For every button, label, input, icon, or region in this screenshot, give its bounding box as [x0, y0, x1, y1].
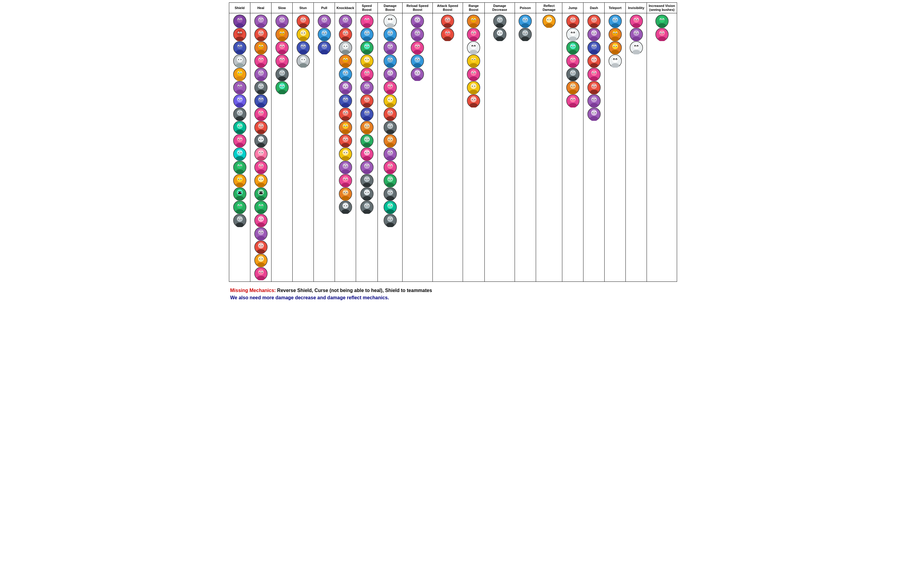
- brawler-icon: [339, 41, 352, 54]
- svg-point-27: [240, 59, 241, 60]
- svg-point-706: [445, 30, 451, 36]
- svg-point-304: [301, 33, 302, 33]
- svg-point-223: [258, 229, 264, 235]
- brawler-icon: [339, 54, 352, 68]
- svg-point-265: [279, 43, 285, 49]
- brawler-icon: [384, 174, 397, 187]
- svg-point-206: [259, 192, 260, 193]
- svg-point-105: [237, 216, 243, 222]
- brawler-icon: [587, 14, 601, 28]
- svg-point-36: [237, 83, 243, 89]
- table-scroll-container[interactable]: Shield Heal Slow Stun Pull Knockback Spe…: [229, 2, 677, 282]
- brawler-icon: [233, 147, 246, 161]
- svg-point-892: [592, 99, 593, 100]
- brawler-icon: [587, 41, 601, 54]
- svg-point-934: [635, 19, 635, 20]
- svg-point-704: [448, 19, 449, 20]
- brawler-icon: [254, 41, 268, 54]
- svg-point-795: [550, 19, 551, 20]
- brawler-icon: [360, 134, 373, 147]
- svg-point-636: [387, 176, 393, 182]
- brawler-icon: [233, 81, 246, 94]
- brawler-icon: [467, 94, 480, 107]
- svg-point-531: [364, 176, 370, 182]
- brawler-icon: [276, 14, 289, 28]
- svg-point-140: [258, 70, 264, 76]
- svg-point-542: [365, 192, 366, 193]
- svg-point-473: [367, 59, 368, 60]
- svg-point-802: [574, 19, 574, 20]
- svg-point-816: [574, 46, 574, 47]
- brawler-icon: [542, 14, 556, 28]
- svg-point-620: [391, 139, 392, 140]
- svg-point-272: [279, 56, 285, 62]
- brawler-icon: [467, 28, 480, 41]
- svg-point-577: [388, 59, 389, 60]
- brawler-icon: [276, 54, 289, 68]
- brawler-icon: [360, 187, 373, 201]
- svg-point-654: [388, 206, 389, 206]
- brawler-icon: [609, 41, 622, 54]
- svg-point-433: [343, 190, 349, 195]
- svg-point-332: [322, 33, 324, 33]
- svg-point-556: [388, 19, 389, 20]
- svg-point-755: [471, 96, 477, 102]
- svg-point-769: [497, 30, 503, 36]
- svg-point-347: [346, 19, 347, 20]
- svg-point-349: [343, 30, 349, 36]
- svg-point-781: [526, 19, 527, 20]
- svg-point-794: [547, 19, 549, 20]
- svg-point-465: [365, 46, 366, 47]
- svg-point-256: [283, 19, 284, 20]
- svg-point-213: [259, 206, 260, 206]
- svg-point-745: [472, 72, 473, 73]
- svg-point-907: [616, 19, 617, 20]
- svg-point-402: [344, 126, 345, 126]
- svg-point-690: [418, 59, 419, 60]
- svg-point-6: [240, 19, 241, 20]
- svg-point-662: [391, 219, 392, 220]
- brawler-icon: [276, 41, 289, 54]
- svg-point-633: [388, 166, 389, 166]
- svg-point-851: [595, 19, 595, 20]
- col-jump: Jump: [562, 3, 584, 13]
- svg-point-228: [262, 232, 262, 233]
- brawler-icon: [254, 94, 268, 107]
- svg-point-606: [391, 112, 392, 113]
- svg-point-720: [471, 30, 477, 36]
- brawler-icon: [360, 81, 373, 94]
- svg-point-858: [595, 33, 595, 33]
- svg-point-599: [391, 99, 392, 100]
- svg-point-683: [418, 46, 419, 47]
- svg-point-731: [472, 46, 473, 47]
- svg-point-472: [365, 59, 366, 60]
- svg-point-559: [387, 30, 393, 36]
- svg-point-788: [526, 33, 527, 33]
- svg-point-878: [592, 72, 593, 73]
- brawler-icon: [656, 14, 668, 28]
- brawler-icon: [297, 54, 310, 68]
- svg-point-811: [570, 43, 576, 49]
- svg-point-241: [259, 258, 260, 260]
- page-wrapper: Shield Heal Slow Stun Pull Knockback Spe…: [226, 0, 680, 305]
- brawler-icon: [384, 147, 397, 161]
- brawler-icon: [411, 41, 424, 54]
- svg-point-487: [367, 86, 368, 87]
- svg-point-95: [238, 192, 239, 193]
- svg-point-612: [388, 126, 389, 126]
- svg-point-57: [237, 123, 243, 129]
- svg-point-161: [258, 110, 264, 116]
- svg-point-26: [238, 59, 239, 60]
- svg-point-33: [238, 72, 239, 73]
- svg-point-388: [344, 99, 345, 100]
- svg-point-587: [387, 83, 393, 89]
- brawler-icon: [467, 68, 480, 81]
- brawler-icon: [297, 14, 310, 28]
- svg-point-522: [367, 152, 368, 153]
- brawler-icon: [384, 68, 397, 81]
- svg-point-685: [414, 56, 420, 62]
- svg-point-69: [240, 139, 241, 140]
- svg-point-110: [240, 219, 241, 220]
- brawler-icon: [254, 174, 268, 187]
- svg-point-822: [571, 59, 572, 60]
